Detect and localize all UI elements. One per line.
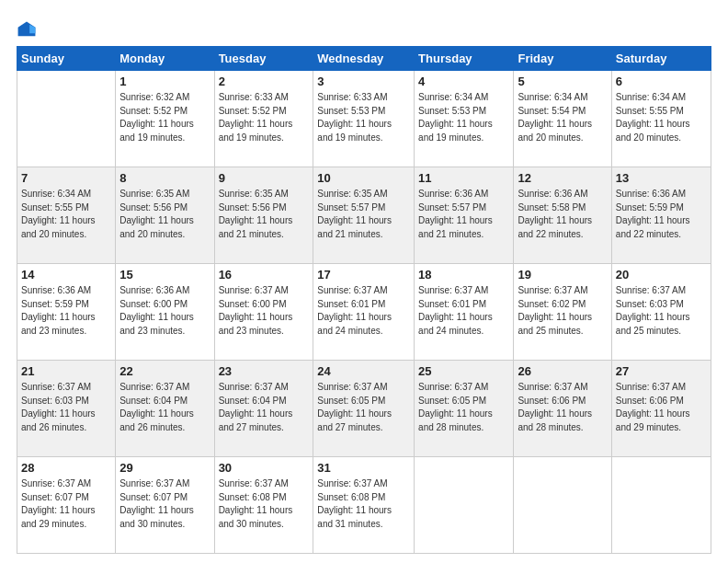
day-number: 9	[219, 170, 310, 187]
calendar-cell: 18Sunrise: 6:37 AMSunset: 6:01 PMDayligh…	[415, 264, 514, 361]
calendar-cell: 19Sunrise: 6:37 AMSunset: 6:02 PMDayligh…	[514, 264, 611, 361]
calendar-cell: 10Sunrise: 6:35 AMSunset: 5:57 PMDayligh…	[313, 167, 415, 264]
day-info: Sunrise: 6:37 AMSunset: 6:02 PMDaylight:…	[518, 284, 607, 338]
day-info: Sunrise: 6:36 AMSunset: 6:00 PMDaylight:…	[119, 284, 210, 338]
header	[17, 17, 711, 40]
calendar-cell	[17, 71, 116, 167]
day-number: 12	[518, 170, 607, 187]
day-number: 3	[317, 74, 410, 90]
calendar-cell: 13Sunrise: 6:36 AMSunset: 5:59 PMDayligh…	[611, 167, 711, 264]
day-number: 7	[21, 170, 111, 187]
calendar-cell: 3Sunrise: 6:33 AMSunset: 5:53 PMDaylight…	[313, 71, 415, 167]
day-info: Sunrise: 6:37 AMSunset: 6:00 PMDaylight:…	[219, 284, 310, 338]
day-number: 28	[21, 460, 111, 477]
calendar-cell	[514, 457, 611, 554]
calendar-cell: 24Sunrise: 6:37 AMSunset: 6:05 PMDayligh…	[313, 361, 415, 457]
day-info: Sunrise: 6:32 AMSunset: 5:52 PMDaylight:…	[119, 91, 210, 144]
calendar-cell	[415, 457, 514, 554]
day-number: 5	[518, 74, 607, 90]
day-number: 2	[219, 74, 310, 90]
day-number: 29	[119, 460, 210, 477]
calendar-cell: 7Sunrise: 6:34 AMSunset: 5:55 PMDaylight…	[17, 167, 116, 264]
calendar-week-3: 21Sunrise: 6:37 AMSunset: 6:03 PMDayligh…	[17, 361, 711, 457]
calendar-page: SundayMondayTuesdayWednesdayThursdayFrid…	[0, 0, 728, 563]
day-number: 23	[219, 363, 310, 380]
calendar-cell: 1Sunrise: 6:32 AMSunset: 5:52 PMDaylight…	[116, 71, 214, 167]
day-info: Sunrise: 6:35 AMSunset: 5:57 PMDaylight:…	[317, 188, 410, 241]
calendar-cell: 5Sunrise: 6:34 AMSunset: 5:54 PMDaylight…	[514, 71, 611, 167]
calendar-cell: 15Sunrise: 6:36 AMSunset: 6:00 PMDayligh…	[116, 264, 214, 361]
calendar-cell: 26Sunrise: 6:37 AMSunset: 6:06 PMDayligh…	[514, 361, 611, 457]
calendar-cell: 8Sunrise: 6:35 AMSunset: 5:56 PMDaylight…	[116, 167, 214, 264]
day-number: 26	[518, 363, 607, 380]
day-info: Sunrise: 6:37 AMSunset: 6:07 PMDaylight:…	[21, 477, 111, 531]
day-number: 10	[317, 170, 410, 187]
weekday-monday: Monday	[116, 47, 214, 71]
day-number: 14	[21, 267, 111, 283]
day-info: Sunrise: 6:34 AMSunset: 5:53 PMDaylight:…	[418, 91, 509, 144]
calendar-cell: 16Sunrise: 6:37 AMSunset: 6:00 PMDayligh…	[214, 264, 313, 361]
calendar-table: SundayMondayTuesdayWednesdayThursdayFrid…	[17, 46, 711, 554]
day-info: Sunrise: 6:36 AMSunset: 5:57 PMDaylight:…	[418, 188, 509, 241]
calendar-cell: 22Sunrise: 6:37 AMSunset: 6:04 PMDayligh…	[116, 361, 214, 457]
calendar-cell: 14Sunrise: 6:36 AMSunset: 5:59 PMDayligh…	[17, 264, 116, 361]
day-info: Sunrise: 6:35 AMSunset: 5:56 PMDaylight:…	[219, 188, 310, 241]
calendar-cell: 21Sunrise: 6:37 AMSunset: 6:03 PMDayligh…	[17, 361, 116, 457]
day-number: 6	[616, 74, 707, 90]
day-info: Sunrise: 6:37 AMSunset: 6:08 PMDaylight:…	[219, 477, 310, 531]
day-number: 16	[219, 267, 310, 283]
weekday-tuesday: Tuesday	[214, 47, 313, 71]
day-number: 30	[219, 460, 310, 477]
day-info: Sunrise: 6:36 AMSunset: 5:59 PMDaylight:…	[616, 188, 707, 241]
calendar-cell: 27Sunrise: 6:37 AMSunset: 6:06 PMDayligh…	[611, 361, 711, 457]
day-number: 21	[21, 363, 111, 380]
day-info: Sunrise: 6:37 AMSunset: 6:06 PMDaylight:…	[518, 381, 607, 434]
day-number: 20	[616, 267, 707, 283]
day-info: Sunrise: 6:34 AMSunset: 5:54 PMDaylight:…	[518, 91, 607, 144]
day-number: 25	[418, 363, 509, 380]
calendar-week-2: 14Sunrise: 6:36 AMSunset: 5:59 PMDayligh…	[17, 264, 711, 361]
day-info: Sunrise: 6:36 AMSunset: 5:59 PMDaylight:…	[21, 284, 111, 338]
calendar-cell: 9Sunrise: 6:35 AMSunset: 5:56 PMDaylight…	[214, 167, 313, 264]
day-info: Sunrise: 6:37 AMSunset: 6:06 PMDaylight:…	[616, 381, 707, 434]
day-number: 11	[418, 170, 509, 187]
calendar-week-0: 1Sunrise: 6:32 AMSunset: 5:52 PMDaylight…	[17, 71, 711, 167]
weekday-friday: Friday	[514, 47, 611, 71]
day-info: Sunrise: 6:33 AMSunset: 5:52 PMDaylight:…	[219, 91, 310, 144]
calendar-cell: 29Sunrise: 6:37 AMSunset: 6:07 PMDayligh…	[116, 457, 214, 554]
day-info: Sunrise: 6:37 AMSunset: 6:07 PMDaylight:…	[119, 477, 210, 531]
day-number: 4	[418, 74, 509, 90]
weekday-thursday: Thursday	[415, 47, 514, 71]
calendar-cell: 20Sunrise: 6:37 AMSunset: 6:03 PMDayligh…	[611, 264, 711, 361]
weekday-wednesday: Wednesday	[313, 47, 415, 71]
calendar-cell	[611, 457, 711, 554]
calendar-body: 1Sunrise: 6:32 AMSunset: 5:52 PMDaylight…	[17, 71, 711, 554]
logo-icon	[17, 20, 37, 40]
day-info: Sunrise: 6:37 AMSunset: 6:04 PMDaylight:…	[119, 381, 210, 434]
weekday-sunday: Sunday	[17, 47, 116, 71]
logo	[17, 20, 39, 40]
day-info: Sunrise: 6:37 AMSunset: 6:03 PMDaylight:…	[616, 284, 707, 338]
day-info: Sunrise: 6:37 AMSunset: 6:01 PMDaylight:…	[317, 284, 410, 338]
day-info: Sunrise: 6:37 AMSunset: 6:04 PMDaylight:…	[219, 381, 310, 434]
day-info: Sunrise: 6:37 AMSunset: 6:08 PMDaylight:…	[317, 477, 410, 531]
calendar-cell: 28Sunrise: 6:37 AMSunset: 6:07 PMDayligh…	[17, 457, 116, 554]
calendar-cell: 17Sunrise: 6:37 AMSunset: 6:01 PMDayligh…	[313, 264, 415, 361]
calendar-cell: 2Sunrise: 6:33 AMSunset: 5:52 PMDaylight…	[214, 71, 313, 167]
calendar-cell: 30Sunrise: 6:37 AMSunset: 6:08 PMDayligh…	[214, 457, 313, 554]
day-number: 22	[119, 363, 210, 380]
calendar-cell: 31Sunrise: 6:37 AMSunset: 6:08 PMDayligh…	[313, 457, 415, 554]
day-info: Sunrise: 6:34 AMSunset: 5:55 PMDaylight:…	[616, 91, 707, 144]
day-number: 15	[119, 267, 210, 283]
calendar-cell: 6Sunrise: 6:34 AMSunset: 5:55 PMDaylight…	[611, 71, 711, 167]
calendar-cell: 23Sunrise: 6:37 AMSunset: 6:04 PMDayligh…	[214, 361, 313, 457]
calendar-cell: 11Sunrise: 6:36 AMSunset: 5:57 PMDayligh…	[415, 167, 514, 264]
day-number: 27	[616, 363, 707, 380]
day-info: Sunrise: 6:35 AMSunset: 5:56 PMDaylight:…	[119, 188, 210, 241]
day-number: 17	[317, 267, 410, 283]
calendar-cell: 4Sunrise: 6:34 AMSunset: 5:53 PMDaylight…	[415, 71, 514, 167]
day-info: Sunrise: 6:37 AMSunset: 6:05 PMDaylight:…	[317, 381, 410, 434]
day-number: 24	[317, 363, 410, 380]
calendar-week-4: 28Sunrise: 6:37 AMSunset: 6:07 PMDayligh…	[17, 457, 711, 554]
day-info: Sunrise: 6:37 AMSunset: 6:03 PMDaylight:…	[21, 381, 111, 434]
